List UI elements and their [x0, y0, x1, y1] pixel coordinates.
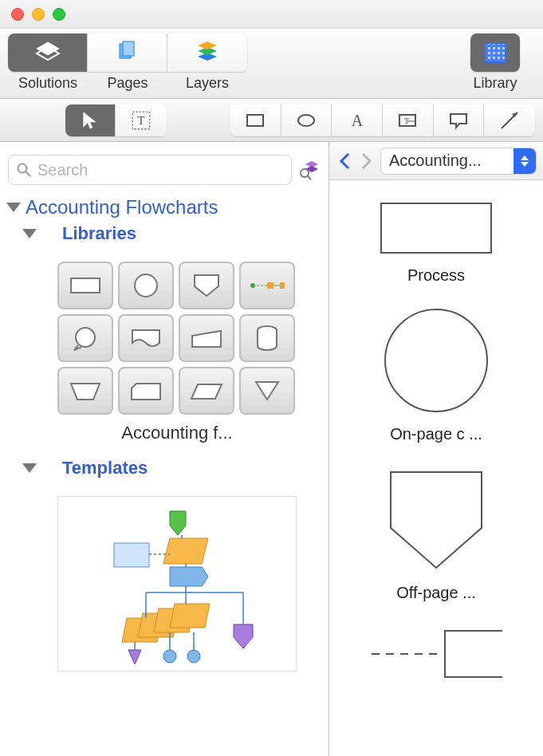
pointer-tool[interactable] [65, 104, 116, 136]
view-segmented-control [8, 33, 247, 72]
text-insert-icon: T [131, 110, 151, 131]
window-zoom-button[interactable] [53, 8, 65, 21]
svg-point-34 [187, 650, 200, 663]
shape-label: Off-page ... [396, 584, 476, 602]
shape-label: Process [407, 266, 465, 285]
svg-rect-23 [71, 278, 100, 293]
offpage-shape-icon [384, 467, 488, 571]
shape-process[interactable]: Process [380, 203, 492, 285]
arrow-icon [499, 110, 520, 131]
chevron-left-icon [339, 152, 350, 170]
library-panel-header: Accounting... [329, 142, 543, 180]
svg-rect-32 [114, 543, 149, 567]
svg-rect-27 [267, 282, 273, 289]
svg-text:A: A [351, 112, 363, 129]
shape-on-page-connector[interactable]: On-page c ... [384, 309, 488, 443]
svg-point-10 [298, 115, 314, 126]
solutions-panel: Accounting Flowcharts Libraries [0, 142, 329, 756]
pages-tab[interactable] [88, 33, 167, 72]
lib-shape-rect[interactable] [57, 262, 113, 309]
svg-line-22 [307, 175, 311, 179]
library-icon [484, 42, 506, 63]
layers-label: Layers [167, 75, 247, 92]
templates-label: Templates [62, 458, 148, 478]
text-insert-tool[interactable]: T [116, 104, 167, 136]
category-title: Accounting Flowcharts [26, 196, 218, 219]
library-selector-label: Accounting... [389, 152, 482, 170]
template-thumbnail[interactable] [57, 496, 297, 671]
lib-shape-database[interactable] [239, 314, 295, 362]
window-close-button[interactable] [11, 8, 24, 21]
libraries-section[interactable]: Libraries [22, 223, 322, 244]
svg-line-18 [26, 171, 30, 176]
onpage-shape-icon [384, 309, 488, 412]
rectangle-icon [245, 110, 266, 131]
shape-tools: A T [230, 104, 535, 136]
window-titlebar [0, 0, 543, 29]
lib-shape-connector[interactable] [239, 262, 295, 309]
nav-forward[interactable] [358, 149, 376, 173]
lib-shape-data[interactable] [179, 367, 234, 415]
lib-shape-manual-input[interactable] [179, 314, 234, 362]
text-tool[interactable]: A [332, 104, 383, 136]
pages-icon [117, 41, 138, 64]
letter-a-icon: A [347, 110, 368, 131]
svg-point-33 [163, 650, 176, 663]
shape-label: On-page c ... [390, 425, 482, 443]
svg-point-30 [76, 328, 95, 347]
lib-shape-manual-op[interactable] [57, 367, 113, 415]
svg-marker-0 [37, 42, 59, 55]
layers-icon [196, 41, 218, 64]
flowchart-thumbnail-icon [58, 497, 297, 672]
lib-shape-callout[interactable] [57, 314, 113, 362]
svg-point-24 [135, 274, 157, 297]
templates-section[interactable]: Templates [22, 458, 322, 478]
svg-text:T: T [138, 113, 145, 127]
lib-shape-circle[interactable] [118, 262, 174, 309]
solutions-tab[interactable] [8, 33, 88, 72]
main-toolbar: Solutions Pages Layers Library [0, 29, 543, 99]
disclosure-triangle-icon [6, 203, 21, 212]
callout-tool[interactable] [434, 104, 485, 136]
shape-off-page-connector[interactable]: Off-page ... [384, 467, 488, 602]
category-accounting-flowcharts[interactable]: Accounting Flowcharts [6, 196, 322, 219]
library-label: Library [463, 75, 527, 92]
textbox-tool[interactable]: T [383, 104, 434, 136]
svg-rect-9 [247, 115, 263, 126]
search-field[interactable] [8, 155, 292, 185]
search-input[interactable] [37, 161, 283, 179]
disclosure-triangle-icon [22, 229, 37, 238]
layers-tab[interactable] [167, 33, 247, 72]
line-tool[interactable] [484, 104, 535, 136]
solutions-icon [37, 42, 59, 63]
shape-annotation[interactable] [368, 626, 504, 695]
library-panel: Accounting... Process On-page c ... Off-… [329, 142, 543, 756]
annotation-shape-icon [368, 626, 504, 682]
lib-shape-card[interactable] [118, 367, 174, 415]
disclosure-triangle-icon [22, 463, 37, 473]
textbox-icon: T [397, 110, 418, 131]
library-toggle[interactable] [470, 33, 520, 72]
dropdown-stepper-icon [513, 148, 536, 174]
svg-point-17 [18, 164, 27, 173]
ellipse-tool[interactable] [281, 104, 332, 136]
svg-marker-6 [198, 41, 217, 49]
search-icon [17, 163, 31, 177]
lib-shape-extract[interactable] [239, 367, 295, 415]
search-scope-button[interactable] [298, 159, 321, 181]
chevron-right-icon [361, 152, 372, 170]
shape-list[interactable]: Process On-page c ... Off-page ... [329, 180, 543, 756]
magic-search-icon [299, 159, 320, 180]
pages-label: Pages [88, 75, 167, 92]
rect-tool[interactable] [230, 104, 281, 136]
library-selector[interactable]: Accounting... [380, 148, 537, 175]
nav-back[interactable] [336, 149, 353, 173]
library-name: Accounting f... [57, 423, 297, 443]
lib-shape-pentagon[interactable] [179, 262, 234, 309]
solutions-label: Solutions [8, 75, 88, 92]
window-minimize-button[interactable] [32, 8, 45, 21]
library-thumbnail-grid [57, 262, 322, 415]
lib-shape-document[interactable] [118, 314, 174, 362]
libraries-label: Libraries [62, 223, 136, 244]
ellipse-icon [296, 110, 317, 131]
